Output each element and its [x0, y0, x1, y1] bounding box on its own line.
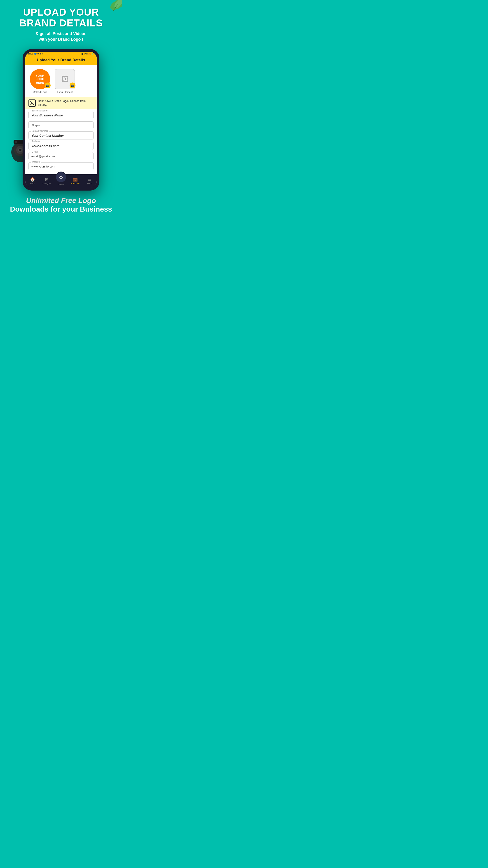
phone-frame: 16:02 🔵 ≋ ⚠ ↑ 📳 WiFi 📶 🔋 Upload Your Bra…: [23, 49, 99, 191]
brand-info-label: Brand Info: [70, 182, 80, 185]
extra-element-label: Extra Element: [57, 91, 72, 93]
business-name-field[interactable]: Business Name: [29, 111, 94, 119]
hero-subtitle-line2: with your Brand Logo !: [39, 37, 84, 41]
page-background: UPLOAD YOUR BRAND DETAILS & get all Post…: [0, 0, 122, 220]
logo-upload-area[interactable]: YOUR LOGO HERE 📷 Upload Logo: [30, 69, 50, 93]
address-input[interactable]: [29, 142, 94, 150]
extra-element-area[interactable]: 🖼 📷 Extra Element: [55, 69, 75, 93]
contact-label: Contact Number: [31, 130, 49, 132]
hero-title-line2: BRAND DETAILS: [19, 18, 103, 29]
bottom-section: Unlimited Free Logo Downloads for your B…: [0, 191, 122, 220]
nav-item-category[interactable]: ⊞ Category: [41, 177, 53, 185]
create-icon: ♻: [59, 175, 63, 180]
extra-camera-badge[interactable]: 📷: [70, 83, 75, 88]
upload-logo-label: Upload Logo: [33, 91, 47, 93]
image-placeholder-icon: 🖼: [61, 75, 68, 84]
upload-section: YOUR LOGO HERE 📷 Upload Logo 🖼: [25, 65, 97, 97]
nav-item-brand-info[interactable]: 💼 Brand Info: [70, 177, 81, 185]
hero-subtitle: & get all Posts and Videos with your Bra…: [4, 31, 118, 42]
phone-container: 16:02 🔵 ≋ ⚠ ↑ 📳 WiFi 📶 🔋 Upload Your Bra…: [13, 49, 108, 191]
logo-camera-badge[interactable]: 📷: [45, 83, 51, 88]
hero-title: UPLOAD YOUR BRAND DETAILS: [4, 7, 118, 29]
bottom-title-line2: Downloads for your Business: [4, 205, 118, 213]
nav-item-menu[interactable]: ☰ Menu: [84, 177, 95, 185]
slogan-input[interactable]: [29, 121, 94, 129]
svg-point-12: [31, 102, 32, 103]
bottom-title-line1: Unlimited Free Logo: [4, 196, 118, 205]
menu-label: Menu: [87, 182, 92, 185]
app-header: Upload Your Brand Details: [25, 56, 97, 65]
email-label: E-mail: [31, 151, 39, 153]
category-label: Category: [43, 182, 51, 185]
info-banner[interactable]: Don't have a Brand Logo? Choose from Lib…: [25, 97, 97, 109]
menu-icon: ☰: [88, 177, 91, 182]
create-button[interactable]: ♻: [55, 172, 67, 183]
contact-number-field[interactable]: Contact Number: [29, 131, 94, 140]
brand-info-icon: 💼: [73, 177, 78, 182]
home-label: Home: [30, 182, 35, 185]
status-bar: 16:02 🔵 ≋ ⚠ ↑ 📳 WiFi 📶 🔋: [25, 52, 97, 56]
status-icons: 📳 WiFi 📶 🔋: [81, 53, 94, 55]
category-icon: ⊞: [45, 177, 48, 182]
email-field[interactable]: E-mail: [29, 152, 94, 160]
website-input[interactable]: [29, 162, 94, 170]
phone-screen: 16:02 🔵 ≋ ⚠ ↑ 📳 WiFi 📶 🔋 Upload Your Bra…: [25, 52, 97, 188]
no-image-icon: [29, 99, 36, 107]
nav-item-home[interactable]: 🏠 Home: [27, 177, 38, 185]
hero-title-line1: UPLOAD YOUR: [23, 6, 99, 18]
website-label: Website: [31, 161, 41, 163]
info-banner-text: Don't have a Brand Logo? Choose from Lib…: [38, 99, 94, 107]
svg-point-9: [15, 141, 17, 143]
app-header-title: Upload Your Brand Details: [29, 58, 93, 62]
form-section: Business Name Contact Number: [25, 109, 97, 174]
hero-subtitle-line1: & get all Posts and Videos: [36, 31, 87, 36]
business-name-label: Business Name: [31, 110, 48, 112]
bottom-nav: 🏠 Home ⊞ Category ♻ Create: [25, 174, 97, 188]
hero-section: UPLOAD YOUR BRAND DETAILS & get all Post…: [0, 0, 122, 46]
contact-input[interactable]: [29, 131, 94, 140]
address-label: Address: [31, 140, 41, 143]
status-time: 16:02 🔵 ≋ ⚠ ↑: [28, 53, 43, 55]
website-field[interactable]: Website: [29, 162, 94, 170]
home-icon: 🏠: [30, 177, 35, 182]
create-label: Create: [58, 183, 64, 186]
email-input[interactable]: [29, 152, 94, 160]
address-field[interactable]: Address: [29, 142, 94, 150]
phone-wrapper: 16:02 🔵 ≋ ⚠ ↑ 📳 WiFi 📶 🔋 Upload Your Bra…: [23, 49, 99, 191]
business-name-input[interactable]: [29, 111, 94, 119]
nav-item-create[interactable]: ♻ Create: [55, 176, 67, 186]
slogan-field[interactable]: [29, 121, 94, 129]
svg-point-7: [19, 149, 22, 151]
